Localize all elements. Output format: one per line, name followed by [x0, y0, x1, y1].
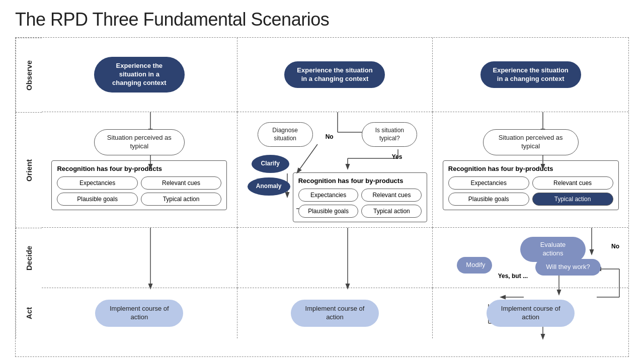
col3-no-label: No	[611, 243, 619, 250]
label-orient: Orient	[16, 112, 42, 228]
col2-diagnose-node: Diagnose situation	[258, 122, 313, 147]
col3-evaluate-node: Evaluate actions	[520, 237, 586, 262]
col3-decide: Evaluate actions No Will they work? Yes,…	[433, 228, 628, 288]
col1-box-title: Recognition has four by-products	[57, 165, 221, 172]
col2-istypical-node: Is situation typical?	[362, 122, 417, 147]
col1-box-grid: Expectancies Relevant cues Plausible goa…	[57, 176, 221, 206]
col2-byproducts-box: Recognition has four by-products Expecta…	[293, 172, 428, 222]
col2-item-expectancies: Expectancies	[298, 189, 359, 202]
col2-anomaly-node: Anomaly	[248, 177, 290, 196]
col1-implement-node: Implement course of action	[95, 300, 183, 327]
col3-act: Implement course of action	[433, 288, 628, 338]
col2-yes-label: Yes	[392, 153, 403, 160]
col1-observe-node: Experience the situation in a changing c…	[94, 57, 185, 93]
col1-byproducts-box: Recognition has four by-products Expecta…	[51, 160, 227, 210]
col2-item-relevant-cues: Relevant cues	[361, 189, 422, 202]
col1-act: Implement course of action	[42, 288, 237, 338]
col2-item-typical-action: Typical action	[361, 205, 422, 218]
label-observe: Observe	[16, 38, 42, 112]
col3-yesbut-label: Yes, but ...	[498, 273, 528, 280]
col1-decide	[42, 228, 237, 288]
col1-observe: Experience the situation in a changing c…	[42, 38, 237, 112]
col2-implement-node: Implement course of action	[291, 300, 379, 327]
col2-item-plausible-goals: Plausible goals	[298, 205, 359, 218]
col1-item-typical-action: Typical action	[141, 193, 221, 206]
col3-box-title: Recognition has four by-products	[448, 165, 613, 172]
col3-modify-node: Modify	[457, 257, 492, 274]
col2-clarify-node: Clarify	[252, 155, 289, 173]
col3-box-grid: Expectancies Relevant cues Plausible goa…	[448, 176, 613, 206]
col1-typical-node: Situation perceived as typical	[94, 129, 185, 155]
col3-observe: Experience the situation in a changing c…	[433, 38, 628, 112]
col2-observe: Experience the situation in a changing c…	[237, 38, 433, 112]
col1-item-plausible-goals: Plausible goals	[57, 193, 137, 206]
col1-orient: Situation perceived as typical Recogniti…	[42, 112, 237, 228]
col1-item-expectancies: Expectancies	[57, 176, 137, 190]
label-act: Act	[16, 288, 42, 338]
col2-observe-node: Experience the situation in a changing c…	[284, 61, 385, 88]
col3-implement-node: Implement course of action	[487, 300, 575, 327]
col3-item-plausible-goals: Plausible goals	[448, 193, 529, 206]
col3-item-relevant-cues: Relevant cues	[532, 176, 613, 190]
col3-observe-node: Experience the situation in a changing c…	[480, 61, 581, 88]
col3-item-typical-action: Typical action	[532, 193, 613, 206]
col3-willwork-node: Will they work?	[535, 259, 601, 276]
col2-no-label: No	[326, 133, 334, 140]
page-title: The RPD Three Fundamental Scenarios	[15, 9, 629, 30]
col2-act: Implement course of action	[237, 288, 433, 338]
col2-orient: Diagnose situation Is situation typical?…	[237, 112, 433, 228]
col2-decide	[237, 228, 433, 288]
label-decide: Decide	[16, 228, 42, 288]
col3-item-expectancies: Expectancies	[448, 176, 529, 190]
col1-item-relevant-cues: Relevant cues	[141, 176, 221, 190]
page: The RPD Three Fundamental Scenarios	[0, 0, 644, 362]
col3-typical-node: Situation perceived as typical	[483, 129, 579, 155]
col3-byproducts-box: Recognition has four by-products Expecta…	[443, 160, 619, 210]
diagram: Observe Orient Decide Act Experience the…	[15, 37, 629, 357]
col3-orient: Situation perceived as typical Recogniti…	[433, 112, 628, 228]
